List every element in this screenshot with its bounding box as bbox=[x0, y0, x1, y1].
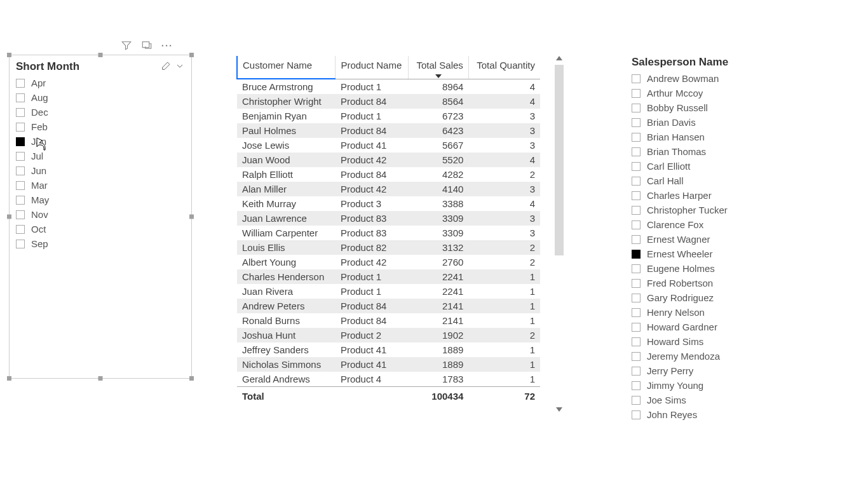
month-item-aug[interactable]: Aug bbox=[16, 90, 185, 105]
chevron-down-icon[interactable] bbox=[175, 61, 185, 73]
resize-handle[interactable] bbox=[189, 53, 194, 57]
checkbox[interactable] bbox=[632, 323, 641, 332]
resize-handle[interactable] bbox=[98, 376, 103, 381]
salesperson-item[interactable]: Christopher Tucker bbox=[632, 203, 797, 217]
checkbox[interactable] bbox=[632, 191, 641, 200]
checkbox[interactable] bbox=[16, 225, 25, 234]
salesperson-item[interactable]: Gary Rodriguez bbox=[632, 290, 797, 305]
month-item-oct[interactable]: Oct bbox=[16, 222, 185, 236]
checkbox[interactable] bbox=[632, 74, 641, 83]
month-item-jun[interactable]: Jun bbox=[16, 163, 185, 178]
scroll-thumb[interactable] bbox=[555, 65, 564, 255]
salesperson-item[interactable]: Henry Nelson bbox=[632, 305, 797, 320]
checkbox[interactable] bbox=[632, 89, 641, 98]
resize-handle[interactable] bbox=[7, 376, 11, 381]
salesperson-item-label: Jerry Perry bbox=[647, 365, 693, 376]
table-scrollbar[interactable] bbox=[555, 56, 563, 412]
col-total-quantity[interactable]: Total Quantity bbox=[468, 56, 540, 79]
checkbox[interactable] bbox=[632, 381, 641, 390]
salesperson-item[interactable]: Charles Harper bbox=[632, 188, 797, 203]
salesperson-item[interactable]: Fred Robertson bbox=[632, 276, 797, 290]
checkbox[interactable] bbox=[16, 123, 25, 132]
checkbox[interactable] bbox=[632, 352, 641, 361]
resize-handle[interactable] bbox=[7, 53, 11, 57]
checkbox[interactable] bbox=[16, 210, 25, 219]
resize-handle[interactable] bbox=[189, 376, 194, 381]
col-product-name[interactable]: Product Name bbox=[336, 56, 409, 79]
salesperson-item[interactable]: Brian Davis bbox=[632, 115, 797, 130]
cell-sales: 2141 bbox=[409, 313, 469, 328]
cell-qty: 3 bbox=[468, 226, 540, 240]
checkbox[interactable] bbox=[632, 410, 641, 419]
checkbox[interactable] bbox=[632, 177, 641, 186]
checkbox[interactable] bbox=[632, 264, 641, 273]
salesperson-item[interactable]: Arthur Mccoy bbox=[632, 86, 797, 100]
cell-qty: 4 bbox=[468, 94, 540, 109]
checkbox[interactable] bbox=[632, 104, 641, 112]
month-item-apr[interactable]: Apr bbox=[16, 76, 185, 90]
focus-mode-icon[interactable] bbox=[141, 39, 153, 51]
month-item-may[interactable]: May bbox=[16, 193, 185, 207]
checkbox[interactable] bbox=[632, 367, 641, 376]
month-item-mar[interactable]: Mar bbox=[16, 178, 185, 193]
salesperson-item[interactable]: Eugene Holmes bbox=[632, 261, 797, 276]
month-item-dec[interactable]: Dec bbox=[16, 105, 185, 119]
salesperson-item[interactable]: Ernest Wheeler bbox=[632, 247, 797, 261]
checkbox[interactable] bbox=[16, 196, 25, 205]
checkbox[interactable] bbox=[16, 79, 25, 88]
salesperson-item[interactable]: Carl Hall bbox=[632, 173, 797, 188]
salesperson-item[interactable]: Jimmy Young bbox=[632, 378, 797, 393]
checkbox[interactable] bbox=[16, 240, 25, 248]
checkbox[interactable] bbox=[632, 162, 641, 171]
checkbox[interactable] bbox=[16, 166, 25, 175]
total-quantity: 72 bbox=[468, 387, 540, 406]
checkbox[interactable] bbox=[632, 294, 641, 302]
resize-handle[interactable] bbox=[189, 215, 194, 219]
checkbox[interactable] bbox=[16, 181, 25, 190]
salesperson-item[interactable]: Brian Hansen bbox=[632, 130, 797, 144]
cell-sales: 2141 bbox=[409, 299, 469, 313]
col-customer-name[interactable]: Customer Name bbox=[237, 56, 336, 79]
checkbox[interactable] bbox=[16, 137, 25, 146]
checkbox[interactable] bbox=[632, 118, 641, 127]
month-item-jul[interactable]: Jul bbox=[16, 149, 185, 163]
resize-handle[interactable] bbox=[98, 53, 103, 57]
checkbox[interactable] bbox=[16, 108, 25, 117]
checkbox[interactable] bbox=[632, 220, 641, 229]
salesperson-item[interactable]: Joe Sims bbox=[632, 393, 797, 407]
salesperson-item[interactable]: Brian Thomas bbox=[632, 144, 797, 159]
salesperson-item[interactable]: Andrew Bowman bbox=[632, 71, 797, 86]
month-item-feb[interactable]: Feb bbox=[16, 119, 185, 134]
salesperson-item[interactable]: John Reyes bbox=[632, 407, 797, 422]
checkbox[interactable] bbox=[632, 337, 641, 346]
checkbox[interactable] bbox=[632, 133, 641, 142]
salesperson-item[interactable]: Jerry Perry bbox=[632, 363, 797, 378]
scroll-down-icon[interactable] bbox=[556, 407, 562, 412]
col-total-sales[interactable]: Total Sales bbox=[409, 56, 469, 79]
salesperson-item[interactable]: Ernest Wagner bbox=[632, 232, 797, 247]
month-item-nov[interactable]: Nov bbox=[16, 207, 185, 222]
checkbox[interactable] bbox=[632, 250, 641, 259]
month-item-jan[interactable]: Jan bbox=[16, 134, 185, 149]
month-item-sep[interactable]: Sep bbox=[16, 236, 185, 251]
salesperson-item[interactable]: Jeremy Mendoza bbox=[632, 349, 797, 363]
cell-customer: Ralph Elliott bbox=[237, 167, 336, 182]
checkbox[interactable] bbox=[632, 279, 641, 288]
salesperson-item[interactable]: Clarence Fox bbox=[632, 217, 797, 232]
salesperson-item[interactable]: Howard Sims bbox=[632, 334, 797, 349]
scroll-up-icon[interactable] bbox=[556, 56, 562, 60]
checkbox[interactable] bbox=[632, 308, 641, 317]
checkbox[interactable] bbox=[16, 152, 25, 161]
salesperson-item[interactable]: Howard Gardner bbox=[632, 320, 797, 334]
checkbox[interactable] bbox=[632, 206, 641, 215]
checkbox[interactable] bbox=[632, 235, 641, 244]
eraser-icon[interactable] bbox=[161, 61, 171, 73]
salesperson-item[interactable]: Carl Elliott bbox=[632, 159, 797, 173]
filter-icon[interactable] bbox=[121, 39, 132, 51]
salesperson-item[interactable]: Bobby Russell bbox=[632, 100, 797, 115]
checkbox[interactable] bbox=[632, 396, 641, 405]
checkbox[interactable] bbox=[632, 147, 641, 156]
resize-handle[interactable] bbox=[7, 215, 11, 219]
more-options-icon[interactable]: ··· bbox=[161, 39, 173, 51]
checkbox[interactable] bbox=[16, 93, 25, 102]
